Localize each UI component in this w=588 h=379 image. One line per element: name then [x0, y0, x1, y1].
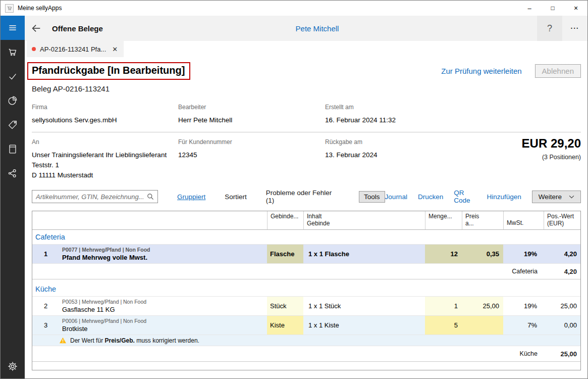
gebinde-cell[interactable]: Kiste	[267, 316, 303, 335]
field-bearbeiter: Bearbeiter Herr Pete Mitchell	[178, 104, 325, 125]
preis-cell[interactable]: 0,35	[462, 245, 503, 263]
sidebar-item-tasks[interactable]	[1, 64, 25, 88]
forward-for-review-link[interactable]: Zur Prüfung weiterleiten	[441, 67, 521, 75]
wert-cell: 4,20	[544, 245, 580, 263]
close-button[interactable]: ×	[564, 1, 587, 16]
field-label: An	[32, 138, 178, 146]
article-name: Pfand Mehrweg volle Mwst.	[62, 254, 147, 261]
tab-strip: AP-0216-113241 Pfa... ✕	[25, 41, 587, 57]
warning-message: Der Wert für Preis/Geb. muss korrigiert …	[59, 335, 580, 346]
field-kundennummer: Für Kundennummer 12345	[178, 138, 325, 180]
field-an: An Unser Trainingslieferant Ihr Liebling…	[32, 138, 178, 180]
col-wert-line2: (EUR)	[547, 220, 564, 227]
table-header-row: Gebinde... InhaltGebinde Menge... Preisa…	[32, 211, 580, 230]
group-header-cafeteria[interactable]: Cafeteria	[32, 230, 580, 245]
tools-button[interactable]: Tools	[359, 191, 385, 203]
minimize-button[interactable]: –	[518, 1, 541, 16]
row-number: 1	[32, 245, 59, 263]
menge-cell[interactable]: 5	[425, 316, 462, 335]
document-title: Pfandrückgabe [In Bearbeitung]	[32, 65, 185, 76]
gebinde-cell[interactable]: Flasche	[267, 245, 303, 263]
app-icon	[5, 4, 14, 13]
col-inhalt[interactable]: InhaltGebinde	[303, 211, 425, 229]
col-gebinde[interactable]: Gebinde...	[267, 211, 303, 229]
maximize-button[interactable]: □	[541, 1, 564, 16]
subtotal-label: Küche	[32, 346, 544, 361]
article-meta: P0077 | Mehrweg/Pfand | Non Food	[62, 247, 150, 253]
gear-icon	[7, 361, 18, 372]
field-label: Bearbeiter	[178, 104, 325, 111]
table-row[interactable]: 1 P0077 | Mehrweg/Pfand | Non Food Pfand…	[32, 245, 580, 264]
sidebar-item-tags[interactable]	[1, 113, 25, 137]
gebinde-cell[interactable]: Stück	[267, 297, 303, 315]
help-button[interactable]: ?	[537, 16, 562, 41]
document-fields: Firma sellysolutions Serv.ges.mbH Bearbe…	[32, 104, 581, 180]
wert-cell: 0,00	[544, 316, 580, 335]
col-wert[interactable]: Pos.-Wert(EUR)	[544, 211, 580, 229]
cart-icon	[7, 46, 18, 58]
search-icon[interactable]	[146, 193, 154, 203]
field-value: sellysolutions Serv.ges.mbH	[32, 115, 178, 125]
positions-table: Gebinde... InhaltGebinde Menge... Preisa…	[32, 211, 581, 370]
sidebar-item-journal[interactable]	[1, 137, 25, 161]
row-number: 2	[32, 297, 59, 315]
tag-icon	[7, 119, 18, 130]
chevron-down-icon	[569, 195, 574, 199]
problems-filter[interactable]: Probleme oder Fehler (1)	[266, 189, 340, 204]
col-number	[32, 211, 59, 229]
header-more-button[interactable]: ···	[562, 16, 587, 41]
article-name: Gasflasche 11 KG	[62, 306, 115, 313]
table-row[interactable]: 2 P0053 | Mehrweg/Pfand | Non Food Gasfl…	[32, 297, 580, 316]
field-value: 16. Februar 2024 11:32	[325, 115, 581, 125]
col-preis-line2: a...	[465, 220, 474, 227]
sidebar-item-cart[interactable]	[1, 40, 25, 64]
unsaved-dot-icon	[32, 47, 36, 51]
subtotal-value: 4,20	[544, 264, 580, 279]
menu-button[interactable]	[1, 16, 25, 40]
menge-cell[interactable]: 12	[425, 245, 462, 263]
field-label: Erstellt am	[325, 104, 581, 111]
user-name[interactable]: Pete Mitchell	[296, 24, 339, 33]
inhalt-cell: 1 x 1 Flasche	[303, 245, 425, 263]
checkmark-icon	[7, 71, 18, 82]
col-preis[interactable]: Preisa...	[462, 211, 503, 229]
sidebar-spacer	[1, 185, 25, 354]
col-inhalt-line1: Inhalt	[307, 213, 322, 220]
col-menge[interactable]: Menge...	[425, 211, 462, 229]
document-panel: Pfandrückgabe [In Bearbeitung] Zur Prüfu…	[25, 57, 587, 378]
row-number: 3	[32, 316, 59, 335]
table-row[interactable]: 3 P0006 | Mehrweg/Pfand | Non Food Brotk…	[32, 316, 580, 335]
more-dropdown-button[interactable]: Weitere	[532, 191, 581, 203]
back-button[interactable]	[25, 16, 48, 41]
mwst-cell: 7%	[503, 316, 544, 335]
journal-link[interactable]: Journal	[385, 193, 407, 201]
col-mwst[interactable]: MwSt.	[503, 211, 544, 229]
tab-close-icon[interactable]: ✕	[112, 45, 118, 53]
pie-chart-icon	[7, 95, 18, 106]
qr-code-link[interactable]: QR Code	[454, 189, 476, 204]
print-link[interactable]: Drucken	[418, 193, 443, 201]
sidebar-item-reports[interactable]	[1, 88, 25, 113]
preis-cell[interactable]: 25,00	[462, 297, 503, 315]
sorted-toggle[interactable]: Sortiert	[225, 193, 247, 201]
grouped-toggle[interactable]: Gruppiert	[177, 193, 205, 201]
col-preis-line1: Preis	[465, 213, 479, 220]
share-icon	[7, 168, 18, 179]
tab-label: AP-0216-113241 Pfa...	[40, 45, 106, 53]
search-input[interactable]	[32, 190, 158, 203]
page-title: Offene Belege	[52, 24, 103, 33]
mwst-cell: 19%	[503, 245, 544, 263]
reject-button[interactable]: Ablehnen	[535, 64, 581, 78]
sidebar-item-share[interactable]	[1, 161, 25, 185]
col-inhalt-line2: Gebinde	[307, 220, 330, 227]
group-header-kueche[interactable]: Küche	[32, 282, 580, 297]
app-header: Offene Belege Pete Mitchell ? ···	[25, 16, 587, 41]
tab-document[interactable]: AP-0216-113241 Pfa... ✕	[27, 41, 124, 57]
sidebar-item-settings[interactable]	[1, 354, 25, 378]
add-link[interactable]: Hinzufügen	[487, 193, 521, 201]
total-amount: EUR 29,20	[522, 136, 581, 151]
preis-cell[interactable]	[462, 316, 503, 335]
menge-cell[interactable]: 1	[425, 297, 462, 315]
article-meta: P0006 | Mehrweg/Pfand | Non Food	[62, 318, 146, 324]
annotation-red-box: Pfandrückgabe [In Bearbeitung]	[27, 62, 190, 80]
